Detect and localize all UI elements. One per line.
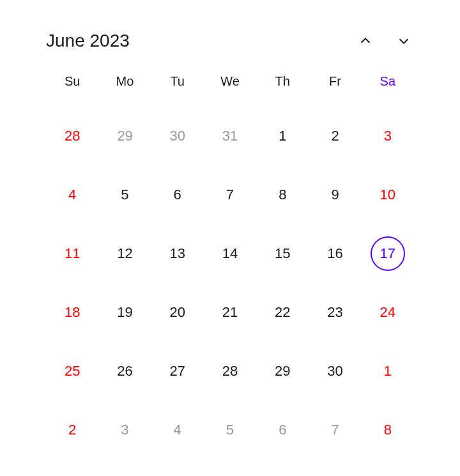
calendar-day[interactable]: 8 [256,165,309,224]
day-number: 6 [174,187,181,203]
calendar-day[interactable]: 29 [256,342,309,401]
nav-buttons [355,31,414,51]
calendar-day[interactable]: 14 [204,224,256,283]
calendar-day[interactable]: 31 [204,107,256,165]
day-number: 1 [279,128,286,144]
calendar-day[interactable]: 4 [151,401,204,459]
day-header: Fr [309,74,361,107]
calendar-day[interactable]: 26 [98,342,151,401]
calendar-day[interactable]: 28 [46,107,98,165]
chevron-down-icon [397,34,411,48]
calendar-day[interactable]: 23 [309,283,361,342]
calendar-day[interactable]: 30 [309,342,361,401]
calendar-day[interactable]: 22 [256,283,309,342]
calendar-day[interactable]: 10 [362,165,414,224]
day-number: 30 [327,363,342,380]
calendar-day[interactable]: 17 [362,224,414,283]
calendar-day[interactable]: 27 [151,342,204,401]
day-number: 17 [380,245,395,262]
calendar-day[interactable]: 7 [204,165,256,224]
calendar-day[interactable]: 18 [46,283,98,342]
calendar-day[interactable]: 3 [98,401,151,459]
calendar-title: June 2023 [46,31,130,51]
calendar-day[interactable]: 29 [98,107,151,165]
calendar-day[interactable]: 25 [46,342,98,401]
day-number: 19 [117,304,132,321]
day-number: 2 [331,128,339,144]
calendar-day[interactable]: 8 [362,401,414,459]
day-number: 3 [121,422,128,438]
calendar-day[interactable]: 15 [256,224,309,283]
day-number: 12 [117,245,132,262]
day-number: 20 [169,304,185,321]
calendar-day[interactable]: 16 [309,224,361,283]
calendar-day[interactable]: 30 [151,107,204,165]
calendar-day[interactable]: 5 [98,165,151,224]
calendar-day[interactable]: 12 [98,224,151,283]
day-number: 14 [222,245,238,262]
day-number: 6 [279,422,286,438]
calendar-grid: SuMoTuWeThFrSa28293031123456789101112131… [46,74,414,459]
day-header: Tu [151,74,204,107]
day-number: 30 [169,128,185,144]
day-header: We [204,74,256,107]
day-number: 16 [327,245,342,262]
day-number: 1 [384,363,392,380]
calendar-day[interactable]: 6 [256,401,309,459]
calendar-day[interactable]: 7 [309,401,361,459]
day-number: 29 [275,363,290,380]
day-number: 22 [275,304,290,321]
chevron-up-icon [358,34,372,48]
day-number: 26 [117,363,132,380]
day-number: 4 [174,422,181,438]
calendar-day[interactable]: 9 [309,165,361,224]
day-number: 28 [65,128,80,144]
day-number: 28 [222,363,238,380]
day-number: 8 [279,187,286,203]
day-number: 15 [275,245,290,262]
day-number: 9 [331,187,339,203]
calendar-day[interactable]: 2 [309,107,361,165]
calendar-day[interactable]: 4 [46,165,98,224]
day-number: 7 [331,422,339,438]
calendar-day[interactable]: 13 [151,224,204,283]
calendar-day[interactable]: 2 [46,401,98,459]
calendar-day[interactable]: 21 [204,283,256,342]
calendar-day[interactable]: 28 [204,342,256,401]
calendar-day[interactable]: 6 [151,165,204,224]
calendar-header: June 2023 [46,31,414,51]
calendar-day[interactable]: 1 [362,342,414,401]
day-number: 31 [222,128,238,144]
day-number: 10 [380,187,395,203]
day-number: 29 [117,128,132,144]
day-number: 13 [169,245,185,262]
calendar: June 2023 SuMoTuWeThFrSa2829303112345678… [46,31,414,459]
day-number: 5 [121,187,128,203]
day-number: 24 [380,304,395,321]
day-number: 5 [226,422,234,438]
day-header: Mo [98,74,151,107]
calendar-day[interactable]: 19 [98,283,151,342]
day-header: Sa [362,74,414,107]
day-number: 25 [65,363,80,380]
calendar-day[interactable]: 20 [151,283,204,342]
next-month-button[interactable] [394,31,414,51]
calendar-day[interactable]: 3 [362,107,414,165]
prev-month-button[interactable] [355,31,376,51]
day-header: Su [46,74,98,107]
calendar-day[interactable]: 11 [46,224,98,283]
day-header: Th [256,74,309,107]
day-number: 7 [226,187,234,203]
day-number: 11 [65,245,80,262]
day-number: 18 [65,304,80,321]
day-number: 27 [169,363,185,380]
calendar-day[interactable]: 5 [204,401,256,459]
day-number: 4 [68,187,76,203]
day-number: 8 [384,422,392,438]
day-number: 2 [68,422,76,438]
day-number: 3 [384,128,392,144]
day-number: 21 [222,304,238,321]
day-number: 23 [327,304,342,321]
calendar-day[interactable]: 24 [362,283,414,342]
calendar-day[interactable]: 1 [256,107,309,165]
